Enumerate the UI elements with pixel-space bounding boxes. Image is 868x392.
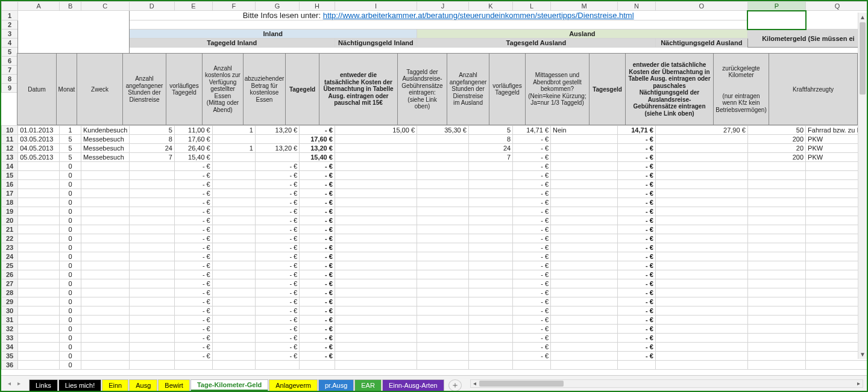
cell-E17[interactable]: - € (174, 189, 212, 198)
cell-N30[interactable]: - € (618, 306, 656, 316)
cell-O16[interactable] (655, 180, 747, 189)
cell-C17[interactable] (81, 189, 129, 198)
cell-E30[interactable]: - € (174, 306, 212, 316)
cell-O28[interactable] (655, 288, 747, 297)
cell-J14[interactable] (417, 162, 469, 171)
cell-N20[interactable]: - € (618, 216, 656, 225)
cell-C11[interactable]: Messebesuch (81, 135, 129, 144)
cell-H13[interactable]: 15,40 € (300, 153, 335, 162)
cell-A23[interactable] (18, 243, 60, 252)
cell-K35[interactable] (468, 352, 512, 361)
cell-L21[interactable]: - € (513, 225, 551, 234)
cell-H12[interactable]: 13,20 € (300, 144, 335, 153)
cell-A18[interactable] (18, 198, 60, 207)
cell-O34[interactable] (655, 343, 747, 352)
cell-M32[interactable] (551, 325, 618, 334)
row-30[interactable]: 30 (2, 306, 18, 316)
cell-M20[interactable] (551, 216, 618, 225)
cell-G18[interactable]: - € (255, 198, 299, 207)
cell-D19[interactable] (129, 207, 174, 216)
cell-N24[interactable]: - € (618, 252, 656, 261)
cell-C18[interactable] (81, 198, 129, 207)
cell-B14[interactable]: 0 (60, 162, 81, 171)
cell-J24[interactable] (417, 252, 469, 261)
tab-first-icon[interactable]: ◂ (5, 379, 13, 388)
cell-F29[interactable] (212, 297, 255, 306)
cell-E13[interactable]: 15,40 € (174, 153, 212, 162)
cell-E10[interactable]: 11,00 € (174, 126, 212, 135)
cell-A26[interactable] (18, 270, 60, 279)
col-P[interactable]: P (747, 2, 805, 11)
cell-I23[interactable] (335, 243, 417, 252)
cell-C35[interactable] (81, 352, 129, 361)
cell-O32[interactable] (655, 325, 747, 334)
cell-E36[interactable] (174, 361, 212, 370)
cell-G26[interactable]: - € (255, 270, 299, 279)
cell-E19[interactable]: - € (174, 207, 212, 216)
row-35[interactable]: 35 (2, 352, 18, 361)
row-19[interactable]: 19 (2, 207, 18, 216)
cell-P23[interactable] (747, 243, 805, 252)
cell-L20[interactable]: - € (513, 216, 551, 225)
cell-C15[interactable] (81, 171, 129, 180)
cell-E25[interactable]: - € (174, 261, 212, 270)
cell-B24[interactable]: 0 (60, 252, 81, 261)
cell-K10[interactable]: 5 (468, 126, 512, 135)
info-link[interactable]: http://www.arbeiterkammer.at/beratung/st… (323, 11, 634, 20)
cell-G11[interactable] (255, 135, 299, 144)
cell-K33[interactable] (468, 334, 512, 343)
cell-J29[interactable] (417, 297, 469, 306)
cell-P28[interactable] (747, 288, 805, 297)
cell-J10[interactable]: 35,30 € (417, 126, 469, 135)
cell-P31[interactable] (747, 316, 805, 325)
cell-M26[interactable] (551, 270, 618, 279)
cell-N21[interactable]: - € (618, 225, 656, 234)
cell-P32[interactable] (747, 325, 805, 334)
row-29[interactable]: 29 (2, 297, 18, 306)
cell-L29[interactable]: - € (513, 297, 551, 306)
cell-G34[interactable]: - € (255, 343, 299, 352)
row-36[interactable]: 36 (2, 361, 18, 370)
cell-N31[interactable]: - € (618, 316, 656, 325)
cell-K36[interactable] (468, 361, 512, 370)
cell-H17[interactable]: - € (300, 189, 335, 198)
cell-N14[interactable]: - € (618, 162, 656, 171)
cell-J30[interactable] (417, 306, 469, 316)
cell-E33[interactable]: - € (174, 334, 212, 343)
cell-A35[interactable] (18, 352, 60, 361)
cell-J21[interactable] (417, 225, 469, 234)
cell-J33[interactable] (417, 334, 469, 343)
cell-L15[interactable]: - € (513, 171, 551, 180)
cell-L33[interactable]: - € (513, 334, 551, 343)
select-all-corner[interactable] (2, 2, 18, 11)
cell-L19[interactable]: - € (513, 207, 551, 216)
row-11[interactable]: 11 (2, 135, 18, 144)
cell-F30[interactable] (212, 306, 255, 316)
cell-D10[interactable]: 5 (129, 126, 174, 135)
cell-A11[interactable]: 03.05.2013 (18, 135, 60, 144)
cell-C20[interactable] (81, 216, 129, 225)
row-24[interactable]: 24 (2, 252, 18, 261)
cell-N16[interactable]: - € (618, 180, 656, 189)
cell-E32[interactable]: - € (174, 325, 212, 334)
cell-L32[interactable]: - € (513, 325, 551, 334)
cell-F33[interactable] (212, 334, 255, 343)
cell-B16[interactable]: 0 (60, 180, 81, 189)
cell-D14[interactable] (129, 162, 174, 171)
cell-H24[interactable]: - € (300, 252, 335, 261)
cell-D17[interactable] (129, 189, 174, 198)
cell-A28[interactable] (18, 288, 60, 297)
cell-G12[interactable]: 13,20 € (255, 144, 299, 153)
cell-O12[interactable] (655, 144, 747, 153)
col-F[interactable]: F (212, 2, 255, 11)
cell-H16[interactable]: - € (300, 180, 335, 189)
cell-K20[interactable] (468, 216, 512, 225)
cell-P16[interactable] (747, 180, 805, 189)
cell-I18[interactable] (335, 198, 417, 207)
cell-B22[interactable]: 0 (60, 234, 81, 243)
cell-O30[interactable] (655, 306, 747, 316)
cell-C27[interactable] (81, 279, 129, 288)
cell-N35[interactable]: - € (618, 352, 656, 361)
cell-O13[interactable] (655, 153, 747, 162)
cell-C32[interactable] (81, 325, 129, 334)
